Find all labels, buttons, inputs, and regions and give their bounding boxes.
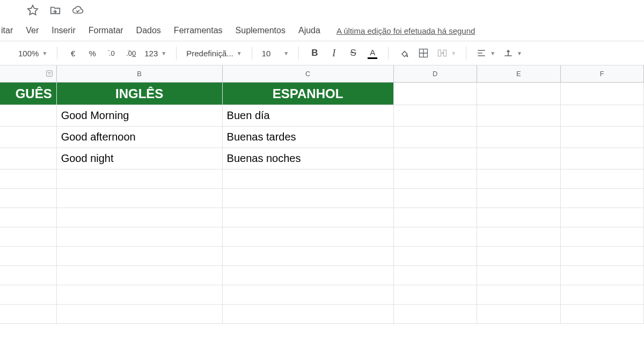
- column-header-f[interactable]: F: [561, 65, 644, 82]
- cell-f4[interactable]: [561, 148, 644, 169]
- increase-decimal-button[interactable]: .00→: [125, 49, 137, 57]
- cell[interactable]: [561, 227, 644, 246]
- cell-b4[interactable]: Good night: [57, 148, 223, 169]
- fill-color-button[interactable]: [398, 48, 410, 58]
- menu-dados[interactable]: Dados: [136, 26, 161, 35]
- cell[interactable]: [561, 305, 644, 323]
- column-header-c[interactable]: C: [223, 65, 394, 82]
- cell[interactable]: [57, 227, 223, 246]
- currency-button[interactable]: €: [67, 49, 79, 58]
- borders-button[interactable]: [418, 48, 429, 58]
- cell[interactable]: [0, 169, 57, 188]
- text-color-button[interactable]: A: [367, 48, 378, 59]
- menu-ver[interactable]: Ver: [26, 26, 39, 35]
- font-dropdown[interactable]: Predefiniçã... ▼: [186, 49, 241, 58]
- edit-status-link[interactable]: A última edição foi efetuada há segund: [336, 26, 475, 35]
- percent-button[interactable]: %: [86, 49, 98, 58]
- fontsize-dropdown[interactable]: 10 ▼: [262, 49, 289, 58]
- cell-f2[interactable]: [561, 105, 644, 126]
- cell[interactable]: [57, 305, 223, 323]
- cell[interactable]: [223, 266, 394, 285]
- move-to-folder-icon[interactable]: [49, 4, 61, 18]
- cell-f1[interactable]: [561, 83, 644, 105]
- cell[interactable]: [394, 247, 478, 265]
- menu-ferramentas[interactable]: Ferramentas: [174, 26, 223, 35]
- cell-b2[interactable]: Good Morning: [57, 105, 223, 126]
- cell[interactable]: [477, 169, 561, 188]
- cell[interactable]: [0, 285, 57, 304]
- cell-e3[interactable]: [477, 127, 561, 147]
- column-header-d[interactable]: D: [394, 65, 477, 82]
- cell-c2[interactable]: Buen día: [223, 105, 394, 126]
- bold-button[interactable]: B: [309, 48, 320, 58]
- cell[interactable]: [477, 189, 561, 208]
- cell[interactable]: [57, 285, 223, 304]
- cell[interactable]: [394, 189, 478, 208]
- cell[interactable]: [561, 189, 644, 208]
- cell[interactable]: [0, 189, 57, 208]
- cell-d2[interactable]: [394, 105, 478, 126]
- cell[interactable]: [477, 227, 561, 246]
- cell-e4[interactable]: [477, 148, 561, 169]
- cell[interactable]: [223, 247, 394, 265]
- cell[interactable]: [0, 227, 57, 246]
- cell-a2[interactable]: [0, 105, 57, 126]
- cell-b3[interactable]: Good afternoon: [57, 127, 223, 147]
- cell-a4[interactable]: [0, 148, 57, 169]
- cell-c3[interactable]: Buenas tardes: [223, 127, 394, 147]
- cell[interactable]: [57, 208, 223, 227]
- cell-a1[interactable]: GUÊS: [0, 83, 57, 105]
- cell[interactable]: [223, 227, 394, 246]
- horizontal-align-button[interactable]: ▼: [476, 48, 495, 58]
- cell[interactable]: [57, 189, 223, 208]
- cell[interactable]: [0, 247, 57, 265]
- italic-button[interactable]: I: [328, 48, 340, 59]
- cell[interactable]: [394, 169, 478, 188]
- cell-d4[interactable]: [394, 148, 478, 169]
- cell[interactable]: [394, 208, 478, 227]
- column-header-a[interactable]: [0, 65, 57, 82]
- cell[interactable]: [223, 169, 394, 188]
- menu-ajuda[interactable]: Ajuda: [298, 26, 320, 35]
- cell[interactable]: [57, 247, 223, 265]
- cell[interactable]: [561, 266, 644, 285]
- cell-f3[interactable]: [561, 127, 644, 147]
- cell[interactable]: [57, 266, 223, 285]
- cell[interactable]: [0, 208, 57, 227]
- cell[interactable]: [394, 285, 478, 304]
- cell-e2[interactable]: [477, 105, 561, 126]
- column-header-b[interactable]: B: [57, 65, 223, 82]
- cell[interactable]: [57, 169, 223, 188]
- filter-icon[interactable]: [46, 70, 53, 79]
- cell[interactable]: [0, 305, 57, 323]
- cell[interactable]: [0, 266, 57, 285]
- decrease-decimal-button[interactable]: .0←: [106, 49, 118, 57]
- menu-formatar[interactable]: Formatar: [89, 26, 123, 35]
- cell[interactable]: [477, 247, 561, 265]
- vertical-align-button[interactable]: ▼: [503, 48, 522, 58]
- cell-d1[interactable]: [394, 83, 478, 105]
- merge-cells-button[interactable]: ▼: [437, 48, 456, 58]
- column-header-e[interactable]: E: [477, 65, 560, 82]
- cell-b1[interactable]: INGLÊS: [57, 83, 223, 105]
- cell-e1[interactable]: [477, 83, 561, 105]
- menu-inserir[interactable]: Inserir: [52, 26, 75, 35]
- menu-editar[interactable]: itar: [1, 26, 13, 35]
- cell[interactable]: [561, 169, 644, 188]
- cell[interactable]: [477, 285, 561, 304]
- cell-c4[interactable]: Buenas noches: [223, 148, 394, 169]
- cell[interactable]: [394, 305, 478, 323]
- cell[interactable]: [477, 266, 561, 285]
- cell-c1[interactable]: ESPANHOL: [223, 83, 394, 105]
- cell[interactable]: [223, 285, 394, 304]
- cell[interactable]: [223, 305, 394, 323]
- cell[interactable]: [223, 208, 394, 227]
- cell[interactable]: [561, 247, 644, 265]
- star-icon[interactable]: [27, 4, 39, 18]
- zoom-dropdown[interactable]: 100% ▼: [18, 49, 47, 58]
- cell[interactable]: [394, 227, 478, 246]
- strikethrough-button[interactable]: S: [347, 48, 359, 58]
- cell[interactable]: [477, 208, 561, 227]
- cell[interactable]: [477, 305, 561, 323]
- cell-a3[interactable]: [0, 127, 57, 147]
